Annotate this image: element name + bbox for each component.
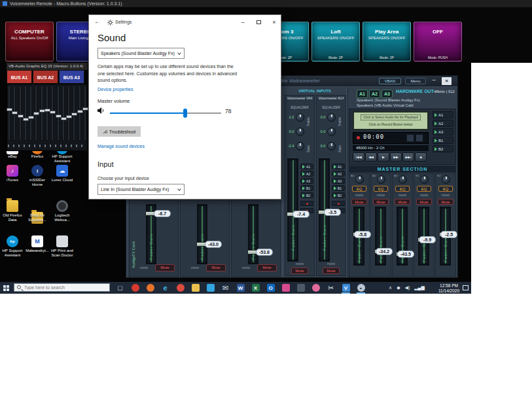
edge-icon[interactable]: e [158, 282, 173, 294]
voicemeeter-icon[interactable]: V [338, 282, 353, 294]
desktop-label-hp-print-scan[interactable]: HP Print and Scan Doctor [50, 249, 75, 258]
bus-a2-button[interactable]: A2 [369, 90, 380, 98]
eq-slider-track[interactable] [57, 86, 60, 141]
aux-mono-button[interactable]: mono [319, 262, 344, 266]
desktop-icon-lorex[interactable]: ☁ [56, 165, 68, 177]
vaio-option-button-1[interactable] [300, 201, 313, 206]
master-b2-knob[interactable] [442, 175, 450, 184]
hidden-icons-chevron[interactable]: ∧ [389, 282, 392, 294]
vban-button[interactable]: VBAN [379, 78, 401, 84]
aux-route-a3[interactable]: A3 [332, 178, 345, 184]
eq-slider-track[interactable] [84, 86, 86, 141]
mail-icon[interactable]: ✉ [218, 282, 233, 294]
stop-button[interactable]: ■ [415, 152, 427, 162]
output-device-1[interactable]: Speakers (Sound Blaster Audigy Fx) [357, 98, 456, 102]
aux-mid-knob[interactable] [327, 128, 336, 136]
aux-mute-button[interactable]: Mute [323, 268, 340, 274]
desktop-icon-old-firefox-data[interactable] [7, 200, 18, 212]
desktop-label-shop-supplies[interactable]: Shop for Supplies... [25, 213, 50, 222]
hw-strip3-mono-button[interactable]: mono [238, 266, 254, 269]
master-a2-mute-button[interactable]: Mute [373, 199, 389, 205]
snipping-tool-icon[interactable]: ✂ [323, 282, 338, 294]
recorder-route-b2[interactable]: B2 [433, 145, 453, 152]
aux-treble-knob[interactable] [327, 113, 336, 122]
vaio-mid-knob[interactable] [296, 128, 304, 136]
eq-slider-track[interactable] [79, 86, 81, 141]
eq-slider-thumb[interactable] [82, 107, 88, 111]
eq-slider-track[interactable] [24, 86, 27, 141]
chrome-icon[interactable] [173, 282, 188, 294]
eq-slider-track[interactable] [29, 86, 32, 141]
maximize-button[interactable] [251, 15, 266, 29]
recorder-route-b1[interactable]: B1 [433, 137, 453, 144]
calculator-icon[interactable] [293, 282, 308, 294]
eq-slider-track[interactable] [35, 86, 37, 141]
bus-a1-button[interactable]: A1 [357, 90, 368, 98]
desktop-icon-hp-support-2[interactable]: hp [7, 235, 18, 247]
master-a1-eq-button[interactable]: EQ [352, 186, 366, 192]
search-input[interactable] [24, 284, 106, 291]
aux-route-a2[interactable]: A2 [332, 171, 345, 177]
macro-button-play-area[interactable]: Play Area SPEAKERS ON/OFF Mode: 2P [363, 22, 411, 61]
photos-icon[interactable] [278, 282, 293, 294]
skip-forward-button[interactable]: ▶▶| [402, 152, 414, 162]
vaio-mute-button[interactable]: Mute [291, 268, 308, 274]
eq-slider-track[interactable] [62, 86, 65, 141]
macro-button-off[interactable]: OFF Mode: PUSH [414, 22, 462, 61]
eq-slider-thumb[interactable] [28, 116, 34, 119]
vm-close-button[interactable]: × [442, 77, 452, 85]
network-icon[interactable]: ▂▄▆ [414, 282, 425, 294]
eq-slider-track[interactable] [19, 86, 22, 141]
fast-forward-button[interactable]: ▶▶ [390, 152, 402, 162]
vaio-treble-knob[interactable] [296, 113, 304, 122]
desktop-label-itunes[interactable]: iTunes [0, 178, 25, 182]
eq-slider-track[interactable] [41, 86, 43, 141]
vm-minimize-button[interactable]: – [430, 77, 438, 84]
counter-button-2[interactable] [416, 134, 423, 142]
manage-sound-devices-link[interactable]: Manage sound devices [98, 144, 145, 148]
start-button[interactable] [0, 282, 13, 294]
aux-route-b1[interactable]: B1 [332, 185, 345, 191]
master-a3-mono-button[interactable]: mono [394, 194, 411, 197]
desktop-icon-logitech-webcam[interactable] [56, 200, 68, 212]
file-explorer-icon[interactable] [188, 282, 203, 294]
master-b1-mute-button[interactable]: Mute [416, 199, 432, 205]
eq-slider-track[interactable] [46, 86, 48, 141]
desktop-label-hp-support[interactable]: HP Support Assistant [50, 154, 75, 164]
hw-strip1-mono-button[interactable]: mono [136, 266, 152, 269]
hw-strip2-mono-button[interactable]: mono [187, 266, 203, 269]
desktop-label-inssider[interactable]: inSSIDer Home [25, 178, 50, 187]
outlook-icon[interactable]: O [263, 282, 278, 294]
security-icon[interactable]: ◆ [397, 282, 400, 294]
troubleshoot-button[interactable]: Troubleshoot [98, 126, 141, 137]
menu-button[interactable]: Menu [405, 78, 426, 84]
output-device-dropdown[interactable]: Speakers (Sound Blaster Audigy Fx) [98, 48, 185, 59]
tab-bus-a1[interactable]: BUS A1 [7, 70, 32, 84]
hw-strip1-mute-button[interactable]: Mute [155, 264, 175, 271]
desktop-label-old-firefox-data[interactable]: Old Firefox Data [0, 213, 25, 222]
play-button[interactable]: ▶ [378, 152, 389, 162]
eq-slider-track[interactable] [51, 86, 54, 141]
desktop-icon-itunes[interactable]: ♪ [7, 165, 18, 177]
volume-icon[interactable]: ◀) [405, 282, 410, 294]
master-a3-eq-button[interactable]: EQ [395, 186, 410, 192]
desktop-label-hp-support-2[interactable]: HP Support Assistant [0, 249, 25, 258]
close-button[interactable]: × [266, 15, 282, 29]
back-button[interactable]: ← [94, 18, 101, 25]
bus-a3-button[interactable]: A3 [381, 90, 393, 98]
desktop-label-firefox[interactable]: Firefox [25, 154, 50, 159]
device-properties-link[interactable]: Device properties [98, 87, 133, 92]
minimize-button[interactable]: – [235, 15, 251, 29]
rewind-button[interactable]: ◀◀ [365, 152, 377, 162]
macro-button-computer[interactable]: COMPUTER ALL Speakers On/Off [5, 22, 54, 61]
master-b1-mono-button[interactable]: mono [416, 194, 433, 197]
master-a2-mono-button[interactable]: mono [372, 194, 389, 197]
action-center-icon[interactable] [463, 285, 469, 290]
input-device-dropdown[interactable]: Line In (Sound Blaster Audigy Fx) [98, 184, 185, 195]
vaio-fader[interactable]: Fader Gain [287, 158, 298, 262]
desktop-label-ebay[interactable]: eBay [0, 154, 25, 159]
eq-slider-track[interactable] [13, 86, 16, 141]
store-icon[interactable] [203, 282, 218, 294]
task-view-icon[interactable]: □ [113, 282, 128, 294]
desktop-label-logitech-webcam[interactable]: Logitech Webca... [50, 213, 75, 222]
